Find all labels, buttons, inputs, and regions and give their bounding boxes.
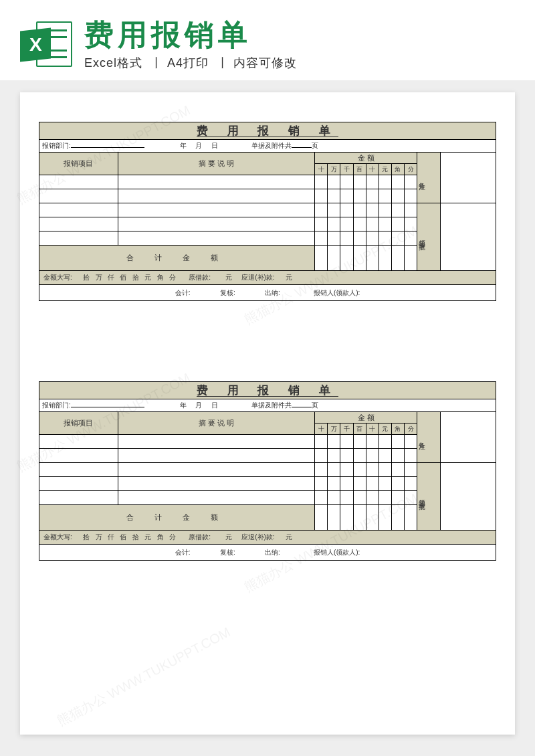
digit: 十 (315, 423, 328, 435)
digit-wan: 万 (328, 164, 340, 175)
note-blank (441, 412, 496, 463)
expense-form-2: 费 用 报 销 单 报销部门: 年 月 日 单据及附件共页 报销项目 (39, 381, 496, 561)
approve-blank (441, 203, 496, 271)
caps-row: 金额大写: 拾 万 仟 佰 拾 元 角 分 原借款: 元 应退(补)款: 元 (39, 531, 496, 545)
table-row: 领导审批 (39, 203, 496, 217)
col-note: 备注 (417, 412, 441, 463)
digit-bai: 百 (353, 164, 366, 175)
digit: 元 (379, 423, 391, 435)
digit: 十 (366, 423, 379, 435)
digit: 万 (328, 423, 340, 435)
form-title: 费 用 报 销 单 (39, 122, 496, 140)
form-title: 费 用 报 销 单 (39, 382, 496, 399)
col-amount: 金 额 (315, 412, 417, 423)
signature-row: 会计: 复核: 出纳: 报销人(领款人): (39, 285, 496, 301)
digit: 角 (391, 423, 404, 435)
subtitle: Excel格式 丨 A4打印 丨 内容可修改 (84, 55, 515, 71)
main-title: 费用报销单 (84, 19, 515, 51)
col-note: 备注 (417, 153, 441, 203)
digit: 分 (405, 423, 417, 435)
excel-icon: X (20, 19, 72, 71)
a4-page: 熊猫办公 WWW.TUKUPPT.COM 熊猫办公 WWW.TUKUPPT.CO… (20, 92, 515, 735)
col-item: 报销项目 (39, 412, 118, 435)
digit-fen: 分 (405, 164, 417, 175)
caps-row: 金额大写: 拾 万 仟 佰 拾 元 角 分 原借款: 元 应退(补)款: 元 (39, 271, 496, 285)
digit-10: 十 (315, 164, 328, 175)
col-amount: 金 额 (315, 153, 417, 164)
digit-shi: 十 (366, 164, 379, 175)
expense-form-1: 费 用 报 销 单 报销部门: 年 月 日 单据及附件共页 报销项目 (39, 122, 496, 301)
col-approve: 领导审批 (417, 203, 441, 271)
page-header: X 费用报销单 Excel格式 丨 A4打印 丨 内容可修改 (0, 0, 535, 80)
digit: 千 (340, 423, 353, 435)
signature-row: 会计: 复核: 出纳: 报销人(领款人): (39, 545, 496, 561)
col-item: 报销项目 (39, 153, 118, 175)
col-summary: 摘 要 说 明 (118, 153, 314, 175)
info-line: 报销部门: 年 月 日 单据及附件共页 (39, 140, 496, 153)
digit-yuan: 元 (379, 164, 391, 175)
digit-qian: 千 (340, 164, 353, 175)
digit-jiao: 角 (391, 164, 404, 175)
table-row: 领导审批 (39, 463, 496, 477)
watermark: 熊猫办公 WWW.TUKUPPT.COM (54, 624, 234, 731)
col-approve: 领导审批 (417, 463, 441, 531)
info-line: 报销部门: 年 月 日 单据及附件共页 (39, 399, 496, 412)
col-summary: 摘 要 说 明 (118, 412, 314, 435)
approve-blank (441, 463, 496, 531)
digit: 百 (353, 423, 366, 435)
note-blank (441, 153, 496, 203)
